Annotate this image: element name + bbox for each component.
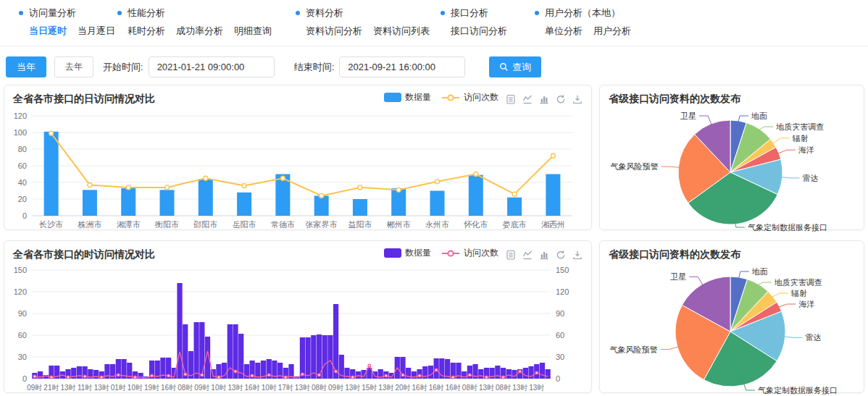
legend-item-bar[interactable]: 数据量 bbox=[384, 247, 431, 259]
svg-text:气象风险预警: 气象风险预警 bbox=[610, 162, 658, 171]
this-year-button[interactable]: 当年 bbox=[6, 56, 46, 77]
hourly-chart-title: 全省各市接口的时访问情况对比 bbox=[13, 248, 155, 261]
svg-text:13时: 13时 bbox=[345, 384, 360, 392]
svg-text:长沙市: 长沙市 bbox=[38, 220, 63, 229]
svg-text:气象风险预警: 气象风险预警 bbox=[610, 345, 658, 354]
nav-item[interactable]: 耗时分析 bbox=[128, 25, 165, 38]
svg-text:08时: 08时 bbox=[496, 384, 511, 392]
svg-text:16时: 16时 bbox=[161, 384, 176, 392]
nav-item[interactable]: 资料访问分析 bbox=[306, 25, 362, 38]
data-view-icon[interactable] bbox=[506, 94, 516, 104]
start-time-input[interactable] bbox=[149, 56, 275, 77]
svg-text:09时: 09时 bbox=[27, 384, 42, 392]
nav-item[interactable]: 当日逐时 bbox=[29, 25, 67, 38]
svg-text:13时: 13时 bbox=[479, 384, 494, 392]
nav-group-title: 用户分析（本地） bbox=[535, 7, 631, 20]
svg-text:地质灾害调查: 地质灾害调查 bbox=[774, 278, 822, 287]
svg-text:08时: 08时 bbox=[178, 384, 193, 392]
svg-text:60: 60 bbox=[18, 331, 27, 340]
bar-type-icon[interactable] bbox=[539, 250, 549, 260]
nav-item[interactable]: 当月逐日 bbox=[78, 25, 115, 38]
nav-item[interactable]: 用户分析 bbox=[593, 25, 631, 38]
svg-text:气象定制数据服务接口: 气象定制数据服务接口 bbox=[748, 223, 827, 232]
download-icon[interactable] bbox=[572, 250, 583, 260]
end-time-input[interactable] bbox=[339, 56, 465, 77]
daily-chart-canvas[interactable]: 020406080100120长沙市株洲市湘潭市衡阳市邵阳市岳阳市常德市张家界市… bbox=[4, 109, 584, 232]
legend-item-line[interactable]: 访问次数 bbox=[441, 91, 498, 104]
legend-line-swatch bbox=[441, 249, 460, 258]
svg-text:辐射: 辐射 bbox=[793, 134, 809, 143]
svg-text:21时: 21时 bbox=[43, 384, 59, 392]
nav-item[interactable]: 明细查询 bbox=[234, 25, 272, 38]
legend-bar-swatch bbox=[384, 93, 401, 102]
nav-item[interactable]: 资料访问列表 bbox=[373, 25, 430, 38]
svg-text:13时: 13时 bbox=[228, 384, 243, 392]
legend-item-line[interactable]: 访问次数 bbox=[441, 247, 498, 259]
svg-text:08时: 08时 bbox=[312, 384, 327, 392]
pie-bottom-canvas[interactable]: 地面地质灾害调查辐射海洋雷达气象定制数据服务接口气象风险预警卫星 bbox=[600, 264, 862, 396]
svg-text:150: 150 bbox=[556, 266, 569, 274]
svg-text:20时: 20时 bbox=[395, 384, 410, 392]
nav-group-title: 访问量分析 bbox=[19, 7, 115, 20]
bullet-icon bbox=[296, 11, 300, 15]
svg-text:19时: 19时 bbox=[144, 384, 159, 392]
svg-text:90: 90 bbox=[18, 309, 27, 318]
top-nav: 访问量分析当日逐时当月逐日性能分析耗时分析成功率分析明细查询资料分析资料访问分析… bbox=[0, 0, 868, 46]
svg-text:40: 40 bbox=[18, 178, 27, 187]
pie-top-canvas[interactable]: 地面地质灾害调查辐射海洋雷达气象定制数据服务接口气象风险预警卫星 bbox=[600, 109, 862, 233]
svg-text:30: 30 bbox=[556, 353, 564, 361]
filter-bar: 当年 去年 开始时间: 结束时间: 查询 bbox=[6, 56, 541, 77]
legend-item-bar[interactable]: 数据量 bbox=[384, 91, 431, 104]
bar-type-icon[interactable] bbox=[539, 94, 549, 104]
last-year-button[interactable]: 去年 bbox=[54, 56, 93, 77]
nav-group-title: 性能分析 bbox=[117, 7, 272, 20]
daily-chart-title: 全省各市接口的日访问情况对比 bbox=[13, 93, 155, 106]
svg-text:益阳市: 益阳市 bbox=[348, 220, 372, 229]
chart-toolbox bbox=[506, 94, 583, 104]
line-type-icon[interactable] bbox=[522, 250, 533, 260]
nav-item[interactable]: 接口访问分析 bbox=[451, 25, 507, 38]
restore-icon[interactable] bbox=[556, 250, 566, 260]
query-button[interactable]: 查询 bbox=[489, 56, 541, 77]
pie-bottom-card: 省级接口访问资料的次数发布 地面地质灾害调查辐射海洋雷达气象定制数据服务接口气象… bbox=[599, 240, 864, 393]
nav-item[interactable]: 单位分析 bbox=[545, 25, 583, 38]
svg-text:13时: 13时 bbox=[94, 384, 109, 392]
svg-text:衡阳市: 衡阳市 bbox=[154, 220, 179, 229]
data-view-icon[interactable] bbox=[506, 250, 516, 260]
hourly-chart-legend: 数据量 访问次数 bbox=[384, 247, 498, 259]
bullet-icon bbox=[19, 11, 23, 15]
pie-top-card: 省级接口访问资料的次数发布 地面地质灾害调查辐射海洋雷达气象定制数据服务接口气象… bbox=[599, 85, 864, 230]
svg-text:湘潭市: 湘潭市 bbox=[117, 220, 141, 229]
svg-text:0: 0 bbox=[22, 211, 27, 220]
bullet-icon bbox=[117, 11, 122, 15]
download-icon[interactable] bbox=[572, 94, 583, 104]
svg-text:08时: 08时 bbox=[462, 384, 477, 392]
daily-chart-legend: 数据量 访问次数 bbox=[384, 91, 498, 104]
svg-text:16时: 16时 bbox=[412, 384, 427, 392]
nav-item[interactable]: 成功率分析 bbox=[176, 25, 223, 38]
bullet-icon bbox=[441, 11, 445, 15]
svg-text:09时: 09时 bbox=[328, 384, 343, 392]
svg-text:15时: 15时 bbox=[362, 384, 377, 392]
svg-text:地面: 地面 bbox=[751, 267, 768, 276]
svg-text:13时: 13时 bbox=[529, 384, 544, 392]
svg-text:辐射: 辐射 bbox=[791, 289, 807, 298]
restore-icon[interactable] bbox=[556, 94, 566, 104]
svg-text:雷达: 雷达 bbox=[806, 333, 822, 342]
svg-text:永州市: 永州市 bbox=[425, 220, 449, 229]
chart-toolbox bbox=[506, 250, 583, 260]
line-type-icon[interactable] bbox=[522, 94, 533, 104]
svg-text:0: 0 bbox=[556, 374, 560, 383]
svg-text:10时: 10时 bbox=[211, 384, 226, 392]
svg-text:10时: 10时 bbox=[262, 384, 277, 392]
svg-text:怀化市: 怀化市 bbox=[463, 220, 488, 229]
svg-text:0: 0 bbox=[22, 374, 27, 383]
svg-text:岳阳市: 岳阳市 bbox=[233, 220, 256, 229]
svg-text:雷达: 雷达 bbox=[803, 174, 819, 182]
hourly-chart-canvas[interactable]: 0030306060909012012015015009时21时13时11时13… bbox=[4, 264, 584, 395]
svg-text:邵阳市: 邵阳市 bbox=[193, 220, 217, 229]
svg-text:60: 60 bbox=[556, 331, 564, 340]
svg-text:郴州市: 郴州市 bbox=[387, 220, 411, 229]
nav-group-title: 资料分析 bbox=[296, 7, 430, 20]
legend-line-swatch bbox=[441, 93, 460, 102]
